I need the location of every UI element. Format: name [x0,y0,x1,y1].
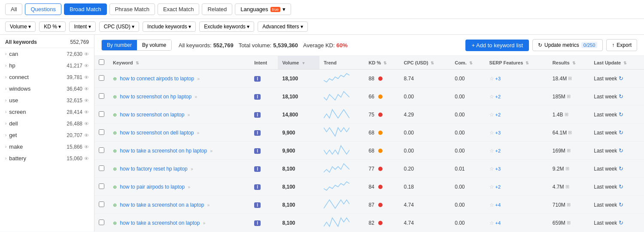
row-checkbox[interactable] [99,165,104,171]
col-trend[interactable]: Trend [319,56,364,70]
keyword-link[interactable]: how to screenshot on laptop [120,112,184,118]
sidebar-all-keywords-count: 552,769 [70,39,89,45]
tab-broad-match[interactable]: Broad Match [64,3,107,15]
expand-arrow-icon: › [5,156,6,161]
select-all-checkbox[interactable] [99,59,104,65]
filter-advanced[interactable]: Advanced filters ▾ [258,21,308,32]
tab-all[interactable]: All [5,3,22,15]
serp-plus-badge[interactable]: +3 [495,76,501,81]
keyword-link[interactable]: how to pair airpods to laptop [120,184,185,190]
refresh-row-icon[interactable]: ↻ [619,75,623,82]
update-metrics-button[interactable]: ↻ Update metrics 0/250 [532,39,603,51]
serp-plus-badge[interactable]: +3 [495,130,501,135]
trend-sparkline [324,91,349,101]
refresh-row-icon[interactable]: ↻ [619,201,623,208]
kd-cell: 84 [364,178,399,196]
keyword-add-icon: ⊕ [113,220,117,226]
keyword-link[interactable]: how to connect airpods to laptop [120,76,194,82]
results-value: 185M [553,94,565,100]
sidebar-item[interactable]: › get 20,707 👁 [0,129,94,141]
col-cpc[interactable]: CPC (USD) ⇅ [399,56,450,70]
export-label: Export [617,42,632,48]
serp-plus-badge[interactable]: +2 [495,148,501,153]
filter-exclude[interactable]: Exclude keywords ▾ [199,21,254,32]
keyword-link[interactable]: how to take a screenshot on a laptop [120,202,204,208]
serp-star-icon: ☆ [489,148,494,154]
col-results[interactable]: Results ⇅ [548,56,589,70]
refresh-row-icon[interactable]: ↻ [619,220,623,226]
keyword-cell: ⊕ how to pair airpods to laptop » [109,178,250,196]
col-serp[interactable]: SERP Features ⇅ [485,56,548,70]
sidebar-item[interactable]: › can 72,630 👁 [0,48,94,60]
keyword-link[interactable]: how to screenshot on hp laptop [120,94,191,100]
results-cell: 9.2M ⊞ [548,160,589,178]
row-checkbox[interactable] [99,93,104,99]
languages-button[interactable]: Languages true ▾ [235,3,291,15]
filter-include[interactable]: Include keywords ▾ [143,21,196,32]
com-cell: 0.01 [450,160,485,178]
expand-arrow-icon: › [5,86,6,91]
filter-intent[interactable]: Intent ▾ [69,21,95,32]
add-to-keyword-list-button[interactable]: + Add to keyword list [465,40,529,51]
refresh-row-icon[interactable]: ↻ [619,111,623,118]
col-intent[interactable]: Intent [250,56,278,70]
row-checkbox[interactable] [99,201,104,207]
refresh-row-icon[interactable]: ↻ [619,93,623,100]
row-checkbox[interactable] [99,183,104,189]
row-checkbox[interactable] [99,220,104,225]
sidebar-item[interactable]: › hp 41,217 👁 [0,60,94,71]
col-volume[interactable]: Volume ▼ [278,56,319,70]
filter-volume[interactable]: Volume ▾ [5,21,36,32]
filter-cpc[interactable]: CPC (USD) ▾ [99,21,139,32]
col-com[interactable]: Com. ⇅ [450,56,485,70]
keyword-link[interactable]: how to screenshot on dell laptop [120,130,194,136]
row-checkbox[interactable] [99,129,104,135]
row-checkbox[interactable] [99,147,104,153]
filter-kd[interactable]: KD % ▾ [39,21,66,32]
trend-sparkline [324,73,349,83]
serp-star-icon: ☆ [489,166,494,172]
col-last-update[interactable]: Last Update ⇅ [589,56,644,70]
last-update-cell: Last week ↻ [589,178,644,196]
sidebar-item[interactable]: › windows 36,640 👁 [0,83,94,95]
sidebar-item[interactable]: › dell 26,488 👁 [0,118,94,129]
row-checkbox[interactable] [99,75,104,81]
serp-plus-badge[interactable]: +3 [495,166,501,171]
sort-icon-keyword: ⇅ [136,61,139,65]
refresh-row-icon[interactable]: ↻ [619,147,623,154]
refresh-row-icon[interactable]: ↻ [619,129,623,136]
serp-plus-badge[interactable]: +2 [495,112,501,117]
serp-plus-badge[interactable]: +4 [495,220,501,226]
last-update-cell: Last week ↻ [589,88,644,106]
sidebar-item[interactable]: › use 32,615 👁 [0,95,94,106]
export-button[interactable]: ↑ Export [606,39,637,51]
sidebar-item[interactable]: › screen 28,414 👁 [0,106,94,118]
sidebar-item[interactable]: › battery 15,060 👁 [0,153,94,164]
view-by-number[interactable]: By number [102,40,137,50]
refresh-row-icon[interactable]: ↻ [619,183,623,190]
col-kd[interactable]: KD % ⇅ [364,56,399,70]
keyword-link[interactable]: how to factory reset hp laptop [120,166,187,172]
keyword-link[interactable]: how to take a screenshot on hp laptop [120,148,207,154]
tab-phrase-match[interactable]: Phrase Match [109,3,155,15]
keyword-link[interactable]: how to take a screenshot on laptop [120,220,200,226]
view-by-volume[interactable]: By volume [137,40,171,50]
sidebar-items: › can 72,630 👁 › hp 41,217 👁 › connect 3… [0,48,94,164]
tab-questions[interactable]: Questions [25,3,61,15]
expand-arrow-icon: › [5,75,6,79]
sidebar-item[interactable]: › make 15,866 👁 [0,141,94,153]
keyword-add-icon: ⊕ [113,94,117,99]
expand-arrow-icon: › [5,63,6,68]
tab-exact-match[interactable]: Exact Match [158,3,200,15]
serp-plus-badge[interactable]: +2 [495,94,501,99]
sidebar-item[interactable]: › connect 39,781 👁 [0,71,94,83]
row-checkbox[interactable] [99,111,104,117]
refresh-row-icon[interactable]: ↻ [619,165,623,172]
serp-plus-badge[interactable]: +4 [495,202,501,208]
col-keyword[interactable]: Keyword ⇅ [109,56,250,70]
tab-related[interactable]: Related [202,3,232,15]
volume-cell: 8,100 [278,214,319,232]
serp-star-icon: ☆ [489,130,494,136]
com-cell: 0.00 [450,106,485,124]
serp-plus-badge[interactable]: +2 [495,184,501,189]
